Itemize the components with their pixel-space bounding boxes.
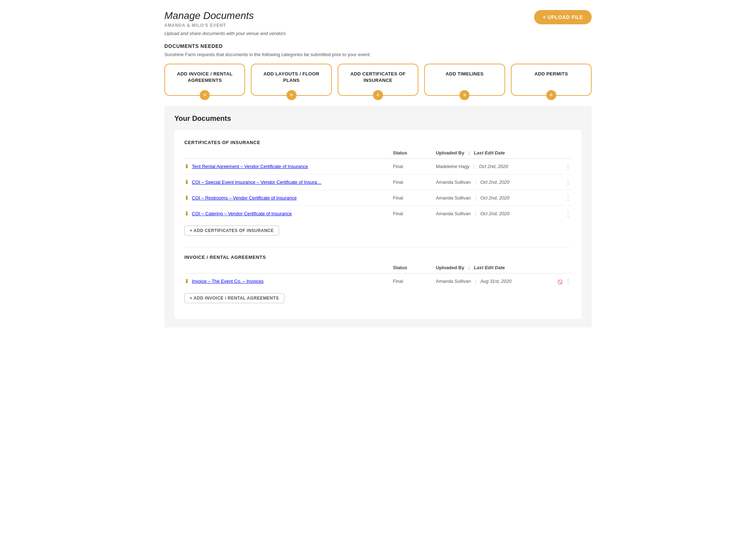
event-subtitle: AMANDA & MILO'S EVENT	[164, 23, 286, 28]
download-icon[interactable]: ⬇	[184, 278, 189, 285]
documents-needed-subheading: Sunshine Farm requests that documents in…	[164, 52, 592, 57]
doc-link-1-0[interactable]: Invoice – The Event Co. – Invoices	[192, 278, 264, 284]
doc-table-invoice-rental-agreements: StatusUploaded By | Last Edit Date⬇Invoi…	[184, 265, 572, 289]
doc-uploaded-0-0: Madeleine Hagy | Oct 2nd, 2020	[436, 159, 550, 174]
more-actions-icon[interactable]: ⋮	[565, 163, 572, 170]
col-header-status-certificates-of-insurance: Status	[393, 150, 436, 159]
page-title: Manage Documents	[164, 10, 286, 21]
download-icon[interactable]: ⬇	[184, 179, 189, 186]
doc-table-wrapper-certificates-of-insurance: StatusUploaded By | Last Edit Date⬇Tent …	[184, 150, 572, 221]
doc-card-plus-layouts-floor[interactable]: +	[287, 90, 297, 100]
doc-link-0-2[interactable]: COI – Restrooms – Vendor Certificate of …	[192, 195, 297, 201]
doc-card-timelines[interactable]: ADD TIMELINES+	[424, 64, 505, 96]
doc-actions-0-2[interactable]: ⋮	[550, 190, 572, 206]
add-button-certificates-of-insurance[interactable]: + ADD CERTIFICATES OF INSURANCE	[184, 226, 279, 236]
more-actions-icon[interactable]: ⋮	[565, 278, 572, 285]
upload-file-button[interactable]: + UPLOAD FILE	[534, 10, 592, 24]
doc-card-label-layouts-floor: ADD LAYOUTS / FLOOR PLANS	[259, 71, 324, 84]
doc-card-label-invoice-rental: ADD INVOICE / RENTAL AGREEMENTS	[172, 71, 237, 84]
documents-needed-section: DOCUMENTS NEEDED Sunshine Farm requests …	[164, 43, 592, 96]
header-left: Manage Documents AMANDA & MILO'S EVENT U…	[164, 10, 286, 36]
page-header: Manage Documents AMANDA & MILO'S EVENT U…	[164, 10, 592, 36]
doc-card-label-certificates: ADD CERTIFICATES OF INSURANCE	[345, 71, 411, 84]
col-header-uploaded-invoice-rental-agreements: Uploaded By | Last Edit Date	[436, 265, 550, 273]
more-actions-icon[interactable]: ⋮	[565, 195, 572, 201]
col-header-uploaded-certificates-of-insurance: Uploaded By | Last Edit Date	[436, 150, 550, 159]
doc-card-certificates[interactable]: ADD CERTIFICATES OF INSURANCE+	[338, 64, 418, 96]
col-header-status-invoice-rental-agreements: Status	[393, 265, 436, 273]
table-row: ⬇Tent Rental Agreement – Vendor Certific…	[184, 159, 572, 174]
doc-card-invoice-rental[interactable]: ADD INVOICE / RENTAL AGREEMENTS+	[164, 64, 245, 96]
table-row: ⬇COI – Restrooms – Vendor Certificate of…	[184, 190, 572, 206]
doc-card-permits[interactable]: ADD PERMITS+	[511, 64, 592, 96]
doc-card-plus-permits[interactable]: +	[546, 90, 556, 100]
doc-table-certificates-of-insurance: StatusUploaded By | Last Edit Date⬇Tent …	[184, 150, 572, 221]
page-description: Upload and share documents with your ven…	[164, 31, 286, 36]
table-row: ⬇COI – Catering – Vendor Certificate of …	[184, 206, 572, 222]
doc-status-0-3: Final	[393, 206, 436, 222]
doc-actions-0-0[interactable]: ⋮	[550, 159, 572, 174]
doc-uploaded-1-0: Amanda Sullivan | Aug 31st, 2020	[436, 273, 550, 289]
doc-uploaded-0-1: Amanda Sullivan | Oct 2nd, 2020	[436, 174, 550, 190]
download-icon[interactable]: ⬇	[184, 163, 189, 170]
documents-needed-heading: DOCUMENTS NEEDED	[164, 43, 592, 49]
doc-link-0-0[interactable]: Tent Rental Agreement – Vendor Certifica…	[192, 164, 308, 169]
download-icon[interactable]: ⬇	[184, 210, 189, 217]
doc-uploaded-0-3: Amanda Sullivan | Oct 2nd, 2020	[436, 206, 550, 222]
doc-section-title-certificates-of-insurance: CERTIFICATES OF INSURANCE	[184, 140, 572, 145]
table-row: ⬇COI – Special Event Insurance – Vendor …	[184, 174, 572, 190]
doc-status-0-2: Final	[393, 190, 436, 206]
table-row: ⬇Invoice – The Event Co. – InvoicesFinal…	[184, 273, 572, 289]
doc-table-wrapper-invoice-rental-agreements: StatusUploaded By | Last Edit Date⬇Invoi…	[184, 265, 572, 289]
section-divider	[184, 247, 572, 247]
doc-card-label-permits: ADD PERMITS	[519, 71, 584, 77]
doc-status-0-0: Final	[393, 159, 436, 174]
doc-link-0-3[interactable]: COI – Catering – Vendor Certificate of I…	[192, 211, 292, 216]
doc-uploaded-0-2: Amanda Sullivan | Oct 2nd, 2020	[436, 190, 550, 206]
add-button-invoice-rental-agreements[interactable]: + ADD INVOICE / RENTAL AGREEMENTS	[184, 293, 284, 303]
your-documents-title: Your Documents	[174, 114, 582, 123]
doc-link-0-1[interactable]: COI – Special Event Insurance – Vendor C…	[192, 179, 322, 185]
doc-card-plus-certificates[interactable]: +	[373, 90, 383, 100]
more-actions-icon[interactable]: ⋮	[565, 211, 572, 217]
download-icon[interactable]: ⬇	[184, 194, 189, 201]
doc-actions-0-3[interactable]: ⋮	[550, 206, 572, 222]
doc-table-card: CERTIFICATES OF INSURANCEStatusUploaded …	[174, 130, 582, 319]
more-actions-icon[interactable]: ⋮	[565, 179, 572, 186]
doc-card-plus-timelines[interactable]: +	[459, 90, 469, 100]
doc-actions-0-1[interactable]: ⋮	[550, 174, 572, 190]
eye-slash-icon[interactable]: 🚫	[557, 280, 563, 285]
doc-status-0-1: Final	[393, 174, 436, 190]
your-documents-section: Your Documents CERTIFICATES OF INSURANCE…	[164, 106, 592, 327]
doc-card-plus-invoice-rental[interactable]: +	[200, 90, 210, 100]
doc-section-title-invoice-rental-agreements: INVOICE / RENTAL AGREEMENTS	[184, 255, 572, 260]
doc-actions-1-0[interactable]: 🚫⋮	[550, 273, 572, 289]
doc-status-1-0: Final	[393, 273, 436, 289]
doc-card-layouts-floor[interactable]: ADD LAYOUTS / FLOOR PLANS+	[251, 64, 332, 96]
doc-cards-container: ADD INVOICE / RENTAL AGREEMENTS+ADD LAYO…	[164, 64, 592, 96]
doc-card-label-timelines: ADD TIMELINES	[432, 71, 497, 77]
